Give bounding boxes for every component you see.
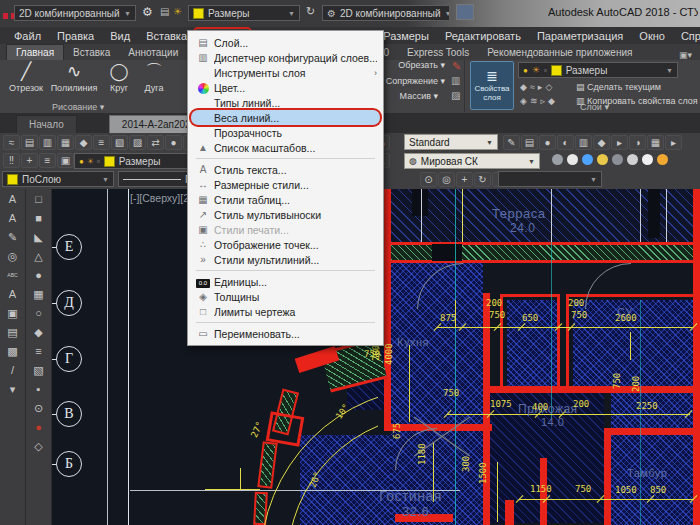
tool-icon[interactable]: A xyxy=(9,287,16,301)
menu-item-единицы-[interactable]: 0.0Единицы... xyxy=(188,274,383,289)
tool-icon[interactable]: ▤ xyxy=(7,325,17,339)
tool-icon[interactable]: A xyxy=(9,192,16,206)
tool-icon[interactable]: A xyxy=(9,211,16,225)
toolbar-icon[interactable]: ≡ xyxy=(39,153,56,168)
toolbar-icon[interactable]: + xyxy=(456,172,473,187)
toolbar-icon[interactable]: ▦ xyxy=(647,135,664,150)
toolbar-icon[interactable]: ≈ xyxy=(3,135,20,150)
menu-item-веса-линий-[interactable]: Веса линий... xyxy=(191,110,380,125)
toolbar-icon[interactable]: ▤ xyxy=(21,135,38,150)
layer-properties-button[interactable]: ≣ Свойства слоя xyxy=(470,61,514,110)
toolbar-icon[interactable]: ▸ xyxy=(665,135,682,150)
workspace-switcher[interactable]: 2D комбинированный▼ xyxy=(14,5,136,21)
qat-layer-combo[interactable]: Размеры▼ xyxy=(188,5,300,21)
gear-icon[interactable]: ⚙ xyxy=(142,5,153,19)
ribbon-tab-вставка[interactable]: Вставка xyxy=(64,45,119,60)
menu-item-типы-линий-[interactable]: Типы линий... xyxy=(188,95,383,110)
arc-button[interactable]: ⌒Дуга xyxy=(138,62,170,93)
menubar-item-вид[interactable]: Вид xyxy=(102,29,138,43)
tool-icon[interactable]: ◇ xyxy=(34,439,42,453)
tool-icon[interactable]: △ xyxy=(34,249,42,263)
toolbar-icon[interactable]: ◆ xyxy=(593,135,610,150)
copy-icon[interactable]: ▥ xyxy=(451,75,460,86)
ribbon-tab-рекомендованные приложения[interactable]: Рекомендованные приложения xyxy=(478,45,641,60)
menu-item-прозрачность[interactable]: Прозрачность xyxy=(188,125,383,140)
menubar-item-параметризация[interactable]: Параметризация xyxy=(529,29,631,43)
toolbar-icon[interactable]: ● xyxy=(165,135,182,150)
toolbar-icon[interactable]: ▣ xyxy=(57,153,74,168)
sphere-icon[interactable] xyxy=(582,154,593,165)
menu-item-стиль-мультивыноски[interactable]: ↗Стиль мультивыноски xyxy=(188,207,383,222)
ribbon-tab-главная[interactable]: Главная xyxy=(6,44,64,60)
tool-icon[interactable]: ≡ xyxy=(35,344,41,358)
ribbon-layer-combo[interactable]: ● ☀ ▫ Размеры ▼ xyxy=(518,62,678,78)
plotter-icon[interactable] xyxy=(456,4,474,20)
menubar-item-окно[interactable]: Окно xyxy=(631,29,673,43)
menubar-item-правка[interactable]: Правка xyxy=(49,29,102,43)
tool-icon[interactable]: ▦ xyxy=(33,287,43,301)
menu-item-диспетчер-конфигураций-слоев-[interactable]: ▥Диспетчер конфигураций слоев... xyxy=(188,50,383,65)
tool-icon[interactable]: ○ xyxy=(35,306,42,320)
toolbar-icon[interactable]: ▥ xyxy=(39,135,56,150)
ucs-combo[interactable]: ◍ Мировая СК▼ xyxy=(404,153,540,169)
menu-item-слой-[interactable]: ▤Слой... xyxy=(188,35,383,50)
toolbar-icon[interactable]: ✎ xyxy=(503,135,520,150)
sphere-icon[interactable] xyxy=(642,154,653,165)
toolbar-icon[interactable]: ‼ xyxy=(3,153,20,168)
toolbar-icon[interactable]: ▨ xyxy=(129,135,146,150)
menu-item-стили-печати-[interactable]: ▣Стили печати... xyxy=(188,222,383,237)
menubar-item-размеры[interactable]: Размеры xyxy=(375,29,437,43)
tab-start[interactable]: Начало xyxy=(16,115,77,133)
toolbar-icon[interactable]: ▸ xyxy=(611,135,628,150)
make-current-button[interactable]: ▤ Сделать текущим xyxy=(576,82,661,92)
toolbar-icon[interactable]: ≡ xyxy=(93,135,110,150)
toolbar-icon[interactable]: ● xyxy=(539,135,556,150)
layers-panel-label[interactable]: Слои ▾ xyxy=(580,102,609,112)
polyline-button[interactable]: ∿Полилиния xyxy=(48,62,100,93)
sun-icon[interactable]: ☀ xyxy=(173,6,182,17)
toolbar-icon[interactable]: ▦ xyxy=(57,135,74,150)
tool-icon[interactable]: ▧ xyxy=(33,363,43,377)
tool-icon[interactable]: ⊙ xyxy=(34,401,43,415)
toolbar-icon[interactable]: ◆ xyxy=(75,135,92,150)
menu-item-размерные-стили-[interactable]: ↔Размерные стили... xyxy=(188,177,383,192)
menu-item-отображение-точек-[interactable]: ∴Отображение точек... xyxy=(188,237,383,252)
text-style-combo[interactable]: Standard▼ xyxy=(404,134,498,150)
refresh-icon[interactable]: ↻ xyxy=(306,5,315,18)
tool-icon[interactable]: ABC xyxy=(7,268,17,282)
toolbar-icon[interactable]: ↻ xyxy=(474,172,491,187)
tool-icon[interactable]: ■ xyxy=(35,211,42,225)
menubar-item-файл[interactable]: Файл xyxy=(6,29,49,43)
sphere-icon[interactable] xyxy=(657,154,668,165)
circle-button[interactable]: ◯Круг xyxy=(102,62,136,93)
color-combo[interactable]: ПоСлою▼ xyxy=(2,171,114,187)
tool-icon[interactable]: ◎ xyxy=(8,249,18,263)
menu-item-цвет-[interactable]: Цвет... xyxy=(188,80,383,95)
draw-panel-label[interactable]: Рисование ▾ xyxy=(52,102,104,112)
sphere-icon[interactable] xyxy=(597,154,608,165)
tool-icon[interactable]: ▣ xyxy=(7,306,17,320)
stretch-icon[interactable]: ▨ xyxy=(451,90,460,101)
menu-item-инструменты-слоя[interactable]: Инструменты слоя› xyxy=(188,65,383,80)
erase-icon[interactable]: ✎ xyxy=(452,60,461,73)
menu-item-лимиты-чертежа[interactable]: □Лимиты чертежа xyxy=(188,304,383,319)
menu-item-переименовать-[interactable]: ▭Переименовать... xyxy=(188,326,383,341)
menu-item-толщины[interactable]: ◈Толщины xyxy=(188,289,383,304)
menu-item-стили-таблиц-[interactable]: ▦Стили таблиц... xyxy=(188,192,383,207)
badge-icon[interactable]: ▤ xyxy=(160,6,169,17)
tool-icon[interactable]: ● xyxy=(35,420,42,434)
sphere-icon[interactable] xyxy=(552,154,563,165)
menubar-item-редактировать[interactable]: Редактировать xyxy=(437,29,529,43)
tool-icon[interactable]: ▪ xyxy=(37,382,41,396)
ribbon-tab-express tools[interactable]: Express Tools xyxy=(398,45,478,60)
toolbar-icon[interactable]: ◑ xyxy=(629,135,646,150)
empty-combo[interactable]: ▼ xyxy=(498,171,602,187)
toolbar-icon[interactable]: ⇄ xyxy=(147,135,164,150)
menu-item-стили-мультилиний-[interactable]: »Стили мультилиний... xyxy=(188,252,383,267)
sphere-icon[interactable] xyxy=(612,154,623,165)
tool-icon[interactable]: ▩ xyxy=(7,344,17,358)
line-button[interactable]: ╱Отрезок xyxy=(6,62,46,93)
tool-icon[interactable]: ✎ xyxy=(8,230,17,244)
tool-icon[interactable]: ◣ xyxy=(34,230,42,244)
toolbar-icon[interactable]: ◐ xyxy=(557,135,574,150)
